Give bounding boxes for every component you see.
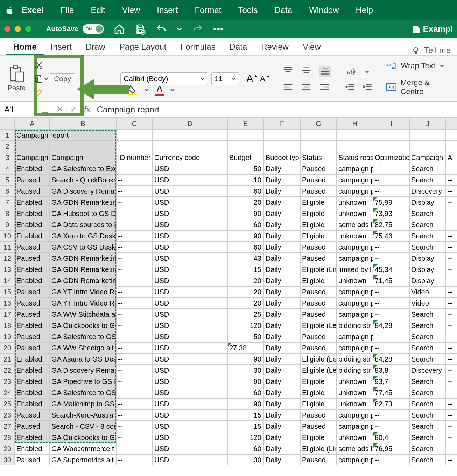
- cell-row1[interactable]: [337, 130, 373, 141]
- cell-c25[interactable]: --: [116, 398, 153, 410]
- cell-b22[interactable]: GA Discovery Remar: [50, 365, 116, 376]
- cell-k23[interactable]: --: [446, 376, 457, 387]
- cell-c29[interactable]: --: [116, 443, 153, 454]
- cell-f13[interactable]: Daily: [264, 264, 300, 275]
- ribbon-tab-insert[interactable]: Insert: [44, 40, 79, 55]
- cell-b28[interactable]: GA Quickbooks to G: [50, 432, 116, 443]
- cell-h11[interactable]: campaign p: [337, 241, 373, 253]
- cell-a1[interactable]: Campaign report: [15, 130, 116, 141]
- cell-k16[interactable]: --: [446, 298, 457, 309]
- column-header-D[interactable]: D: [153, 118, 227, 130]
- column-header-B[interactable]: B: [50, 118, 116, 130]
- cell-f9[interactable]: Daily: [264, 219, 300, 230]
- row-header-22[interactable]: 22: [0, 365, 15, 376]
- row-header-11[interactable]: 11: [0, 241, 15, 253]
- cell-i10[interactable]: 75,46: [373, 230, 409, 241]
- cell-d23[interactable]: USD: [153, 376, 227, 387]
- increase-indent-icon[interactable]: [363, 83, 372, 91]
- menu-app-name[interactable]: Excel: [20, 5, 52, 15]
- cell-f8[interactable]: Daily: [264, 208, 300, 219]
- cell-row2[interactable]: [373, 141, 409, 152]
- cell-c12[interactable]: --: [116, 253, 153, 264]
- cell-b14[interactable]: GA GDN Remarketin: [50, 275, 116, 286]
- row-header-29[interactable]: 29: [0, 443, 15, 454]
- menu-format[interactable]: Format: [186, 5, 230, 15]
- row-header-3[interactable]: 3: [0, 152, 15, 163]
- row-header-20[interactable]: 20: [0, 342, 15, 354]
- row-header-10[interactable]: 10: [0, 230, 15, 241]
- copy-icon[interactable]: [34, 75, 44, 83]
- tell-me-search[interactable]: Tell me: [412, 46, 451, 55]
- cell-a18[interactable]: Enabled: [15, 320, 50, 331]
- cell-d24[interactable]: USD: [153, 387, 227, 398]
- row-header-6[interactable]: 6: [0, 186, 15, 197]
- cell-f29[interactable]: Daily: [264, 443, 300, 454]
- format-painter-icon[interactable]: [34, 88, 44, 97]
- cell-g18[interactable]: Eligible (Lea: [300, 320, 337, 331]
- cell-b2[interactable]: [50, 141, 116, 152]
- cell-c16[interactable]: --: [116, 298, 153, 309]
- cell-j20[interactable]: Search: [409, 342, 446, 354]
- cell-k4[interactable]: --: [446, 163, 457, 174]
- cell-f4[interactable]: Daily: [264, 163, 300, 174]
- row-header-19[interactable]: 19: [0, 331, 15, 342]
- cell-h9[interactable]: some ads li: [337, 219, 373, 230]
- cell-c17[interactable]: --: [116, 309, 153, 320]
- cell-row2[interactable]: [446, 141, 457, 152]
- cell-h7[interactable]: unknown: [337, 197, 373, 208]
- cell-h6[interactable]: campaign p: [337, 186, 373, 197]
- cell-e21[interactable]: 90: [227, 354, 264, 365]
- cell-d19[interactable]: USD: [153, 331, 227, 342]
- cell-e15[interactable]: 20: [227, 286, 264, 298]
- ribbon-tab-review[interactable]: Review: [254, 40, 296, 55]
- cell-a28[interactable]: Enabled: [15, 432, 50, 443]
- orientation-dropdown-icon[interactable]: [365, 69, 370, 74]
- cell-j27[interactable]: Search: [409, 421, 446, 432]
- cell-row1[interactable]: [446, 130, 457, 141]
- cell-k13[interactable]: --: [446, 264, 457, 275]
- cell-k26[interactable]: --: [446, 410, 457, 421]
- cell-i7[interactable]: 75,99: [373, 197, 409, 208]
- cell-k15[interactable]: --: [446, 286, 457, 298]
- cell-j12[interactable]: Display: [409, 253, 446, 264]
- cell-i8[interactable]: 73,93: [373, 208, 409, 219]
- cell-g6[interactable]: Paused: [300, 186, 337, 197]
- column-header-F[interactable]: F: [264, 118, 300, 130]
- menu-tools[interactable]: Tools: [230, 5, 266, 15]
- row-header-15[interactable]: 15: [0, 286, 15, 298]
- cell-d17[interactable]: USD: [153, 309, 227, 320]
- cell-c15[interactable]: --: [116, 286, 153, 298]
- cell-j15[interactable]: Video: [409, 286, 446, 298]
- cell-h12[interactable]: campaign p: [337, 253, 373, 264]
- cell-g23[interactable]: Eligible: [300, 376, 337, 387]
- cell-h22[interactable]: bidding str: [337, 365, 373, 376]
- cell-g28[interactable]: Eligible: [300, 432, 337, 443]
- cell-g5[interactable]: Paused: [300, 174, 337, 186]
- cell-j28[interactable]: Search: [409, 432, 446, 443]
- row-header-5[interactable]: 5: [0, 174, 15, 186]
- row-header-9[interactable]: 9: [0, 219, 15, 230]
- cell-h18[interactable]: bidding str: [337, 320, 373, 331]
- cell-f6[interactable]: Daily: [264, 186, 300, 197]
- cell-row1[interactable]: [373, 130, 409, 141]
- column-header-I[interactable]: I: [373, 118, 409, 130]
- cell-header-i[interactable]: Optimizatio: [373, 152, 409, 163]
- cell-header-j[interactable]: Campaign t: [409, 152, 446, 163]
- cell-a14[interactable]: Enabled: [15, 275, 50, 286]
- cell-header-c[interactable]: ID number: [116, 152, 153, 163]
- select-all-corner[interactable]: [0, 118, 15, 130]
- cell-d4[interactable]: USD: [153, 163, 227, 174]
- menu-insert[interactable]: Insert: [148, 5, 186, 15]
- row-header-1[interactable]: 1: [0, 130, 15, 141]
- cell-f16[interactable]: Daily: [264, 298, 300, 309]
- fx-icon[interactable]: fx: [80, 105, 94, 114]
- grow-font-icon[interactable]: A▴: [246, 73, 253, 84]
- cell-k27[interactable]: --: [446, 421, 457, 432]
- cell-a13[interactable]: Enabled: [15, 264, 50, 275]
- cell-e9[interactable]: 60: [227, 219, 264, 230]
- cell-a21[interactable]: Enabled: [15, 354, 50, 365]
- menu-edit[interactable]: Edit: [82, 5, 113, 15]
- column-header-E[interactable]: E: [227, 118, 264, 130]
- cell-d22[interactable]: USD: [153, 365, 227, 376]
- cell-d15[interactable]: USD: [153, 286, 227, 298]
